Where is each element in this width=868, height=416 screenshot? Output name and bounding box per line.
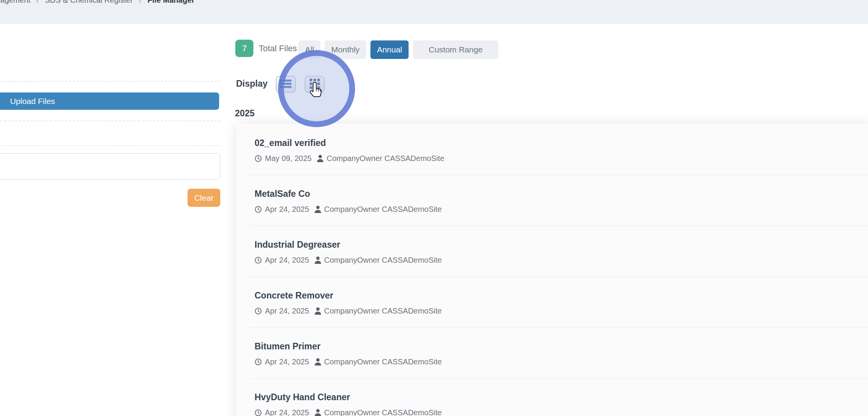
file-meta: Apr 24, 2025 CompanyOwner CASSADemoSite <box>255 307 868 315</box>
file-list-item[interactable]: HvyDuty Hand Cleaner Apr 24, 2025 <box>249 379 868 416</box>
file-meta: Apr 24, 2025 CompanyOwner CASSADemoSite <box>255 357 868 366</box>
clock-icon <box>255 206 262 213</box>
file-owner: CompanyOwner CASSADemoSite <box>324 307 442 315</box>
year-heading: 2025 <box>235 108 255 119</box>
user-icon <box>315 257 321 264</box>
clear-button[interactable]: Clear <box>188 189 220 207</box>
breadcrumb-item-file-manager: File Manager <box>147 0 194 5</box>
file-date-group: Apr 24, 2025 <box>255 307 309 315</box>
file-date-group: Apr 24, 2025 <box>255 205 309 214</box>
file-owner-group: CompanyOwner CASSADemoSite <box>315 256 442 265</box>
file-date-group: Apr 24, 2025 <box>255 256 309 265</box>
file-date: May 09, 2025 <box>265 154 312 163</box>
sidebar-divider <box>0 121 221 121</box>
list-view-icon <box>280 79 292 90</box>
clock-icon <box>255 409 262 416</box>
file-manager-screen: nagement / SDS & Chemical Register / Fil… <box>0 0 868 416</box>
sidebar-divider <box>0 145 221 146</box>
file-owner: CompanyOwner CASSADemoSite <box>324 357 442 366</box>
file-list-item[interactable]: 02_email verified May 09, 2025 <box>249 124 868 175</box>
file-date-group: May 09, 2025 <box>255 154 312 163</box>
file-name[interactable]: HvyDuty Hand Cleaner <box>255 392 868 403</box>
file-date-group: Apr 24, 2025 <box>255 408 309 416</box>
display-label: Display <box>236 79 268 89</box>
user-icon <box>315 409 321 416</box>
sidebar-divider <box>0 81 221 82</box>
file-list: 02_email verified May 09, 2025 <box>236 124 868 416</box>
clock-icon <box>255 257 262 264</box>
file-name[interactable]: 02_email verified <box>255 138 868 148</box>
file-date-group: Apr 24, 2025 <box>255 357 309 366</box>
user-icon <box>315 206 321 213</box>
file-name[interactable]: Bitumen Primer <box>255 341 868 352</box>
file-owner: CompanyOwner CASSADemoSite <box>324 256 442 265</box>
file-date: Apr 24, 2025 <box>265 256 309 265</box>
breadcrumb: nagement / SDS & Chemical Register / Fil… <box>0 0 194 5</box>
file-list-item[interactable]: MetalSafe Co Apr 24, 2025 <box>249 175 868 226</box>
file-list-item[interactable]: Industrial Degreaser Apr 24, 2025 <box>249 226 868 277</box>
breadcrumb-item-sds-chemical-register[interactable]: SDS & Chemical Register <box>45 0 133 5</box>
file-owner: CompanyOwner CASSADemoSite <box>324 205 442 214</box>
file-list-item[interactable]: Concrete Remover Apr 24, 2025 <box>249 277 868 328</box>
grid-view-button[interactable] <box>305 76 325 93</box>
clock-icon <box>255 307 262 315</box>
grid-view-icon <box>310 79 320 90</box>
clock-icon <box>255 358 262 366</box>
file-name[interactable]: Concrete Remover <box>255 290 868 301</box>
filter-button-all[interactable]: All <box>298 40 320 59</box>
file-date: Apr 24, 2025 <box>265 307 309 315</box>
file-date: Apr 24, 2025 <box>265 205 309 214</box>
file-owner-group: CompanyOwner CASSADemoSite <box>315 357 442 366</box>
file-name[interactable]: MetalSafe Co <box>255 189 868 199</box>
list-view-button[interactable] <box>276 76 296 93</box>
user-icon <box>315 358 321 366</box>
file-owner-group: CompanyOwner CASSADemoSite <box>315 205 442 214</box>
search-input[interactable] <box>0 153 220 180</box>
file-list-item[interactable]: Bitumen Primer Apr 24, 2025 <box>249 328 868 379</box>
total-files-count-badge: 7 <box>235 40 253 57</box>
user-icon <box>315 307 321 315</box>
file-owner: CompanyOwner CASSADemoSite <box>327 154 444 163</box>
file-name[interactable]: Industrial Degreaser <box>255 240 868 250</box>
view-toggle-group <box>276 76 325 93</box>
file-list-card: 02_email verified May 09, 2025 <box>236 124 868 416</box>
filter-button-monthly[interactable]: Monthly <box>325 40 366 59</box>
file-meta: Apr 24, 2025 CompanyOwner CASSADemoSite <box>255 408 868 416</box>
breadcrumb-separator: / <box>139 0 142 5</box>
file-meta: May 09, 2025 CompanyOwner CASSADemoSite <box>255 154 868 163</box>
filter-button-annual[interactable]: Annual <box>370 40 409 59</box>
clock-icon <box>255 155 262 162</box>
file-date: Apr 24, 2025 <box>265 408 309 416</box>
upload-files-button[interactable]: Upload Files <box>0 92 219 110</box>
file-owner: CompanyOwner CASSADemoSite <box>324 408 442 416</box>
file-owner-group: CompanyOwner CASSADemoSite <box>315 408 442 416</box>
file-date: Apr 24, 2025 <box>265 357 309 366</box>
file-owner-group: CompanyOwner CASSADemoSite <box>315 307 442 315</box>
user-icon <box>317 155 323 162</box>
breadcrumb-item-management[interactable]: nagement <box>0 0 30 5</box>
header-band: nagement / SDS & Chemical Register / Fil… <box>0 0 868 24</box>
file-owner-group: CompanyOwner CASSADemoSite <box>317 154 444 163</box>
file-meta: Apr 24, 2025 CompanyOwner CASSADemoSite <box>255 256 868 265</box>
breadcrumb-separator: / <box>37 0 39 5</box>
file-meta: Apr 24, 2025 CompanyOwner CASSADemoSite <box>255 205 868 214</box>
filter-button-custom-range[interactable]: Custom Range <box>413 40 498 59</box>
total-files-label: Total Files <box>259 40 297 57</box>
period-filter-group: All Monthly Annual Custom Range <box>298 40 498 59</box>
